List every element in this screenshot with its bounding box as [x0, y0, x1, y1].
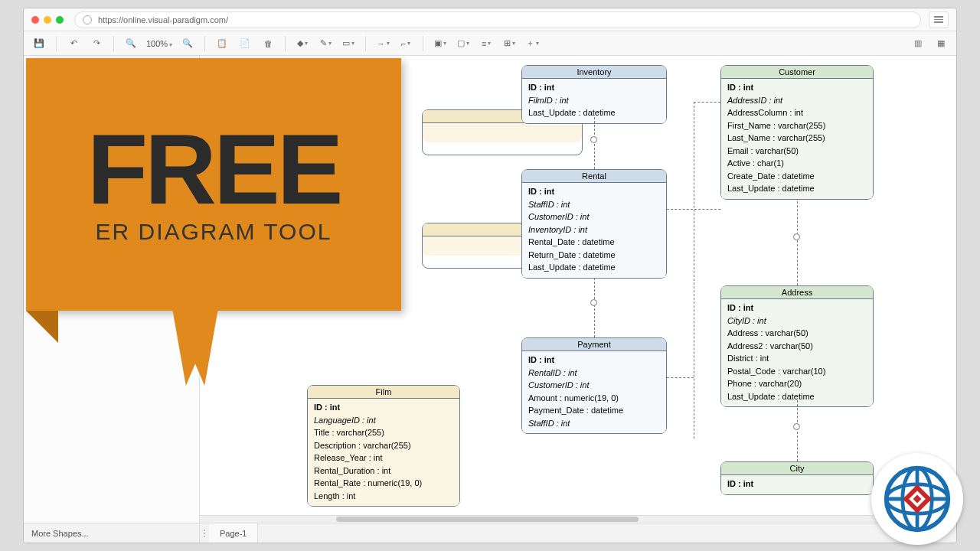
entity-attribute: CustomerID : int [528, 379, 660, 392]
shadow-icon[interactable]: ▭ [339, 34, 358, 53]
entity-attribute: RentalID : int [528, 367, 660, 380]
entity-attribute: Last_Update : datetime [727, 182, 867, 195]
entity-attribute: Last_Name : varchar(255) [727, 132, 867, 145]
entity-attribute: Postal_Code : varchar(10) [727, 365, 867, 378]
entity-payment[interactable]: Payment ID : intRentalID : intCustomerID… [521, 337, 667, 434]
entity-attribute: Active : char(1) [727, 157, 867, 170]
maximize-icon[interactable] [56, 16, 64, 24]
app-window: https://online.visual-paradigm.com/ 💾 ↶ … [23, 8, 957, 543]
entity-attribute: StaffID : int [528, 198, 660, 211]
entity-attribute: AddressID : int [727, 94, 867, 107]
fill-color-icon[interactable]: ◆ [293, 34, 312, 53]
connector [667, 377, 694, 378]
entity-rental[interactable]: Rental ID : intStaffID : intCustomerID :… [521, 169, 667, 279]
outline-panel-icon[interactable]: ▥ [909, 34, 927, 53]
entity-title: City [721, 462, 873, 475]
redo-icon[interactable]: ↷ [87, 34, 106, 53]
entity-attribute: District : int [727, 352, 867, 365]
distribute-icon[interactable]: ⊞ [500, 34, 518, 53]
copy-icon[interactable]: 📋 [213, 34, 231, 53]
relationship-ring-icon [590, 299, 597, 306]
search-input[interactable]: Se [28, 60, 67, 77]
entity-attribute: Address : varchar(50) [727, 327, 867, 340]
entity-title: Customer [721, 66, 873, 79]
add-icon[interactable]: ＋ [523, 34, 541, 53]
entity-title: Film [308, 386, 459, 399]
save-icon[interactable]: 💾 [30, 34, 48, 53]
sidebar: Se En [24, 56, 200, 523]
scrollbar-thumb[interactable] [336, 517, 639, 522]
entity-attribute: ID : int [528, 354, 660, 367]
entity-attribute: Address2 : varchar(50) [727, 340, 867, 353]
paste-icon[interactable]: 📄 [236, 34, 254, 53]
entity-attribute: ID : int [528, 81, 660, 94]
connector [694, 102, 694, 439]
entity-title: Payment [522, 338, 666, 351]
page-tab[interactable]: Page-1 [209, 523, 258, 543]
delete-icon[interactable]: 🗑 [259, 34, 277, 53]
minimize-icon[interactable] [44, 16, 51, 24]
entity-shape-green[interactable] [31, 112, 54, 123]
connector [797, 201, 798, 285]
entity-customer[interactable]: Customer ID : intAddressID : intAddressC… [720, 65, 874, 200]
entity-address[interactable]: Address ID : intCityID : intAddress : va… [720, 285, 874, 407]
zoom-in-icon[interactable]: 🔍 [178, 34, 197, 53]
window-controls[interactable] [31, 16, 64, 24]
site-info-icon [83, 15, 92, 24]
entity-attribute: ID : int [727, 302, 867, 315]
relationship-ring-icon [793, 423, 800, 430]
entity-city[interactable]: City ID : int [720, 461, 874, 495]
waypoint-icon[interactable]: ⌐ [397, 34, 415, 53]
horizontal-scrollbar[interactable] [200, 515, 956, 523]
relationship-ring-icon [590, 136, 597, 143]
align-icon[interactable]: ≡ [477, 34, 495, 53]
connector [594, 278, 595, 337]
url-text: https://online.visual-paradigm.com/ [98, 15, 228, 24]
hamburger-menu-icon[interactable] [929, 11, 949, 28]
entity-attribute: AddressColumn : int [727, 106, 867, 119]
more-shapes-button[interactable]: More Shapes... [24, 523, 200, 543]
entity-attribute: ID : int [528, 185, 660, 198]
entity-attribute: Payment_Date : datetime [528, 404, 660, 417]
workarea: Se En Film ID : intLanguageID : intTitle… [24, 56, 956, 523]
entity-attribute: Email : varchar(50) [727, 145, 867, 158]
entity-attribute: Description : varchar(255) [314, 439, 453, 452]
relationship-ring-icon [793, 233, 800, 240]
to-back-icon[interactable]: ▢ [454, 34, 472, 53]
connector [694, 102, 720, 103]
entity-attribute: Last_Update : datetime [528, 261, 660, 274]
entity-attribute: Length : int [314, 490, 453, 503]
entity-attribute: Release_Year : int [314, 452, 453, 465]
address-bar[interactable]: https://online.visual-paradigm.com/ [74, 11, 921, 28]
entity-attribute: StaffID : int [528, 417, 660, 430]
entity-attribute: Rental_Date : datetime [528, 236, 660, 249]
entity-attribute: Amount : numeric(19, 0) [528, 392, 660, 405]
line-color-icon[interactable]: ✎ [316, 34, 335, 53]
shape-category-header[interactable]: En [28, 82, 194, 97]
entity-attribute: ID : int [727, 81, 867, 94]
entity-film[interactable]: Film ID : intLanguageID : intTitle : var… [307, 385, 460, 507]
resize-grip-icon[interactable] [200, 530, 209, 537]
undo-icon[interactable]: ↶ [64, 34, 83, 53]
zoom-level[interactable]: 100% [145, 39, 174, 48]
entity-attribute: CityID : int [727, 315, 867, 328]
format-panel-icon[interactable]: ▦ [932, 34, 950, 53]
connector-style-icon[interactable]: → [374, 34, 392, 53]
connector [594, 117, 595, 169]
browser-bar: https://online.visual-paradigm.com/ [24, 8, 956, 31]
entity-attribute: CustomerID : int [528, 210, 660, 223]
diagram-canvas[interactable]: Film ID : intLanguageID : intTitle : var… [200, 56, 956, 523]
entity-attribute: InventoryID : int [528, 223, 660, 236]
entity-title: Rental [522, 170, 666, 183]
brand-logo [871, 453, 963, 545]
globe-logo-icon [880, 462, 954, 536]
entity-title: Inventory [522, 66, 666, 79]
to-front-icon[interactable]: ▣ [431, 34, 449, 53]
close-icon[interactable] [31, 16, 39, 24]
status-bar: More Shapes... Page-1 [24, 523, 956, 543]
zoom-out-icon[interactable]: 🔍 [122, 34, 140, 53]
entity-inventory[interactable]: Inventory ID : intFilmID : intLast_Updat… [521, 65, 667, 124]
entity-shape-yellow[interactable] [31, 99, 54, 109]
entity-attribute: ID : int [727, 478, 867, 491]
entity-title: Address [721, 286, 873, 299]
